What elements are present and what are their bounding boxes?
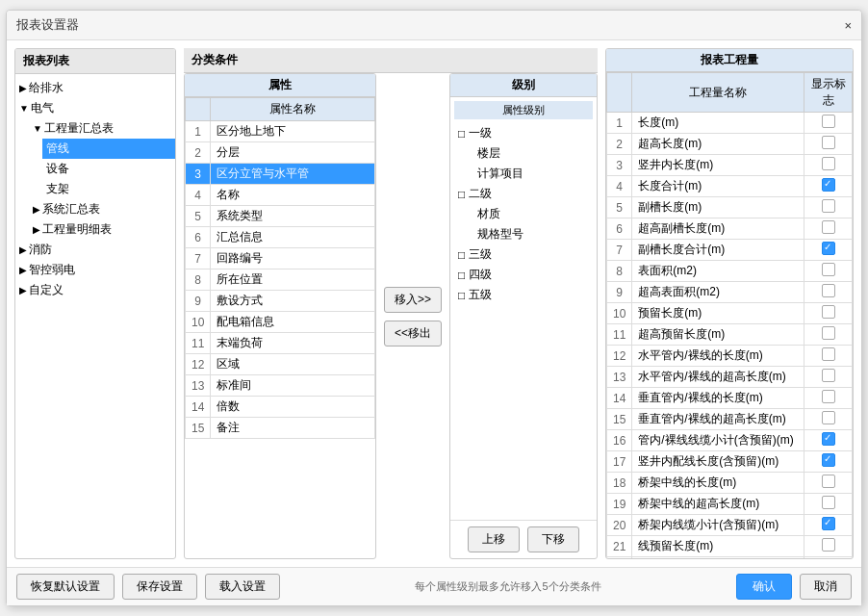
level-2-item-material[interactable]: 材质 [473,204,593,224]
qty-checkbox-3[interactable] [822,157,835,170]
attr-row-11[interactable]: 11 末端负荷 [186,333,375,354]
attr-row-13[interactable]: 13 标准间 [186,375,375,397]
qty-row-15[interactable]: 15 垂直管内/裸线的超高长度(m) [607,409,853,430]
attr-row-8[interactable]: 8 所在位置 [186,270,375,291]
attr-row-5[interactable]: 5 系统类型 [186,206,375,227]
qty-checkbox-14[interactable] [822,390,835,403]
tree-item-sys-summary[interactable]: ▶ 系统汇总表 [29,199,175,219]
move-in-button[interactable]: 移入>> [384,287,442,313]
qty-row-7[interactable]: 7 副槽长度合计(m) [607,240,853,261]
qty-checkbox-15[interactable] [822,411,835,424]
attr-row-4[interactable]: 4 名称 [186,185,375,206]
qty-check-cell-5[interactable] [804,197,853,218]
qty-check-cell-7[interactable] [804,240,853,261]
qty-check-cell-2[interactable] [804,134,853,155]
qty-row-22[interactable]: 22 线/缆合计(m) [607,557,853,559]
qty-check-cell-12[interactable] [804,346,853,367]
qty-check-cell-16[interactable] [804,430,853,451]
qty-checkbox-8[interactable] [822,263,835,276]
qty-row-13[interactable]: 13 水平管内/裸线的超高长度(m) [607,367,853,388]
qty-check-cell-3[interactable] [804,155,853,176]
level-3-header[interactable]: □ 三级 [454,244,593,265]
qty-check-cell-13[interactable] [804,367,853,388]
level-1-header[interactable]: □ 一级 [454,123,593,143]
level-2-item-spec[interactable]: 规格型号 [473,224,593,244]
attr-row-7[interactable]: 7 回路编号 [186,248,375,270]
tree-item-qty-summary[interactable]: ▼ 工程量汇总表 [29,118,175,139]
qty-row-18[interactable]: 18 桥架中线的长度(m) [607,473,853,494]
qty-row-12[interactable]: 12 水平管内/裸线的长度(m) [607,346,853,367]
level-1-item-calc[interactable]: 计算项目 [473,164,593,184]
attr-row-9[interactable]: 9 敷设方式 [186,291,375,312]
attr-row-6[interactable]: 6 汇总信息 [186,227,375,248]
qty-checkbox-5[interactable] [822,199,835,213]
qty-checkbox-12[interactable] [822,347,835,361]
tree-item-pipe[interactable]: 管线 [42,139,175,159]
qty-row-6[interactable]: 6 超高副槽长度(m) [607,218,853,240]
qty-checkbox-6[interactable] [822,220,835,234]
attr-row-3[interactable]: 3 区分立管与水平管 [186,164,375,185]
qty-row-11[interactable]: 11 超高预留长度(m) [607,324,853,346]
tree-item-qty-detail[interactable]: ▶ 工程量明细表 [29,219,175,240]
qty-check-cell-19[interactable] [804,494,853,515]
restore-button[interactable]: 恢复默认设置 [16,574,115,600]
qty-row-4[interactable]: 4 长度合计(m) [607,176,853,197]
qty-check-cell-22[interactable] [804,557,853,559]
qty-row-8[interactable]: 8 表面积(m2) [607,261,853,282]
qty-checkbox-19[interactable] [822,496,835,509]
qty-checkbox-20[interactable] [822,517,835,530]
qty-check-cell-4[interactable] [804,176,853,197]
tree-item-custom[interactable]: ▶ 自定义 [15,280,175,300]
attr-row-14[interactable]: 14 倍数 [186,397,375,418]
qty-row-14[interactable]: 14 垂直管内/裸线的长度(m) [607,388,853,409]
qty-row-5[interactable]: 5 副槽长度(m) [607,197,853,218]
cancel-button[interactable]: 取消 [800,574,852,600]
qty-row-21[interactable]: 21 线预留长度(m) [607,536,853,557]
qty-check-cell-20[interactable] [804,515,853,536]
qty-check-cell-18[interactable] [804,473,853,494]
qty-checkbox-21[interactable] [822,538,835,552]
qty-checkbox-1[interactable] [822,115,835,128]
qty-checkbox-11[interactable] [822,326,835,340]
level-4-header[interactable]: □ 四级 [454,265,593,285]
tree-item-support[interactable]: 支架 [42,179,175,199]
move-out-button[interactable]: <<移出 [384,321,442,346]
qty-check-cell-14[interactable] [804,388,853,409]
qty-check-cell-1[interactable] [804,113,853,134]
qty-row-20[interactable]: 20 桥架内线缆小计(含预留)(m) [607,515,853,536]
qty-check-cell-6[interactable] [804,218,853,240]
qty-row-10[interactable]: 10 预留长度(m) [607,303,853,324]
qty-check-cell-11[interactable] [804,324,853,346]
qty-row-2[interactable]: 2 超高长度(m) [607,134,853,155]
qty-checkbox-4[interactable] [822,178,835,192]
attr-row-2[interactable]: 2 分层 [186,142,375,164]
qty-checkbox-9[interactable] [822,284,835,297]
qty-checkbox-10[interactable] [822,305,835,319]
level-down-button[interactable]: 下移 [527,526,579,552]
qty-checkbox-7[interactable] [822,242,835,255]
qty-checkbox-13[interactable] [822,369,835,382]
tree-item-fire[interactable]: ▶ 消防 [15,240,175,260]
qty-check-cell-21[interactable] [804,536,853,557]
qty-row-19[interactable]: 19 桥架中线的超高长度(m) [607,494,853,515]
qty-check-cell-8[interactable] [804,261,853,282]
qty-check-cell-15[interactable] [804,409,853,430]
level-1-item-floor[interactable]: 楼层 [473,143,593,164]
tree-item-water[interactable]: ▶ 给排水 [15,78,175,98]
attr-row-10[interactable]: 10 配电箱信息 [186,312,375,333]
qty-row-3[interactable]: 3 竖井内长度(m) [607,155,853,176]
tree-item-smart[interactable]: ▶ 智控弱电 [15,260,175,280]
level-up-button[interactable]: 上移 [468,526,520,552]
load-button[interactable]: 载入设置 [205,574,280,600]
tree-item-electric[interactable]: ▼ 电气 [15,98,175,118]
tree-item-device[interactable]: 设备 [42,159,175,179]
qty-check-cell-10[interactable] [804,303,853,324]
save-button[interactable]: 保存设置 [122,574,197,600]
close-button[interactable]: × [844,19,852,32]
confirm-button[interactable]: 确认 [736,574,792,600]
qty-checkbox-16[interactable] [822,432,835,446]
qty-row-17[interactable]: 17 竖井内配线长度(含预留)(m) [607,451,853,473]
qty-check-cell-9[interactable] [804,282,853,303]
qty-checkbox-17[interactable] [822,453,835,467]
attr-row-12[interactable]: 12 区域 [186,354,375,375]
